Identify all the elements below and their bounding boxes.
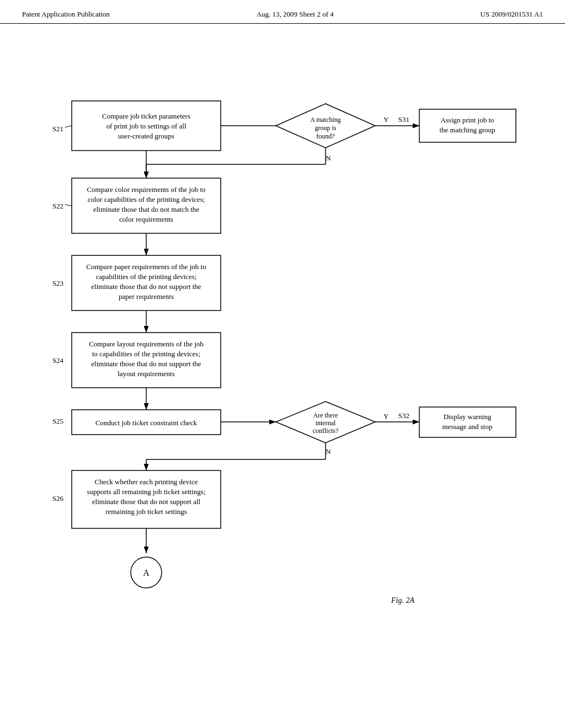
- svg-text:eliminate those that do not su: eliminate those that do not support the: [91, 360, 201, 368]
- diagram-area: Compare job ticket parameters of print j…: [0, 24, 565, 713]
- svg-text:Are there: Are there: [313, 411, 338, 419]
- svg-text:found?: found?: [316, 132, 334, 140]
- svg-text:Display warning: Display warning: [444, 413, 492, 421]
- svg-text:to capabilities of the printin: to capabilities of the printing devices;: [92, 350, 200, 358]
- svg-text:Assign print job to: Assign print job to: [440, 116, 494, 124]
- header-left: Patent Application Publication: [22, 10, 110, 19]
- svg-text:S26: S26: [52, 494, 64, 502]
- svg-text:S23: S23: [52, 279, 63, 287]
- svg-text:Y: Y: [383, 412, 389, 420]
- svg-text:the matching group: the matching group: [439, 126, 495, 134]
- svg-text:eliminate those that do not su: eliminate those that do not support the: [91, 282, 201, 291]
- svg-text:S22: S22: [52, 202, 63, 210]
- svg-text:internal: internal: [316, 419, 336, 427]
- svg-text:eliminate those that do not ma: eliminate those that do not match the: [93, 205, 199, 213]
- svg-text:message and stop: message and stop: [443, 422, 493, 431]
- svg-text:S25: S25: [52, 417, 63, 425]
- svg-text:Conduct job ticket constraint : Conduct job ticket constraint check: [95, 419, 198, 427]
- svg-text:eliminate those that do not su: eliminate those that do not support all: [92, 497, 201, 506]
- svg-text:supports all remaining job tic: supports all remaining job ticket settin…: [87, 488, 206, 496]
- header-center: Aug. 13, 2009 Sheet 2 of 4: [257, 10, 334, 19]
- svg-text:group is: group is: [315, 124, 337, 132]
- svg-text:paper requirements: paper requirements: [119, 292, 174, 301]
- flowchart-svg: Compare job ticket parameters of print j…: [0, 24, 565, 713]
- svg-text:S32: S32: [398, 411, 409, 420]
- svg-text:N: N: [326, 154, 331, 162]
- svg-text:Fig. 2A: Fig. 2A: [391, 596, 414, 604]
- svg-text:S24: S24: [52, 356, 64, 365]
- svg-text:remaining job ticket settings: remaining job ticket settings: [105, 507, 187, 516]
- svg-text:Compare job ticket parameters: Compare job ticket parameters: [102, 112, 190, 120]
- svg-text:user-created groups: user-created groups: [118, 132, 174, 140]
- svg-text:color capabilities of the prin: color capabilities of the printing devic…: [88, 195, 205, 204]
- svg-text:S21: S21: [52, 125, 63, 133]
- svg-text:Check whether each printing de: Check whether each printing device: [95, 478, 198, 486]
- svg-text:Y: Y: [383, 115, 389, 124]
- svg-text:conflicts?: conflicts?: [313, 427, 339, 435]
- svg-text:A: A: [143, 568, 150, 577]
- svg-text:A matching: A matching: [310, 116, 341, 124]
- svg-text:capabilities of the printing d: capabilities of the printing devices;: [96, 272, 197, 281]
- svg-text:N: N: [326, 447, 331, 456]
- svg-text:color requirements: color requirements: [119, 215, 173, 223]
- header-right: US 2009/0201531 A1: [481, 10, 543, 19]
- svg-text:S31: S31: [398, 115, 409, 124]
- svg-text:of print job to settings of al: of print job to settings of all: [106, 122, 186, 130]
- svg-text:Compare layout requirements of: Compare layout requirements of the job: [89, 340, 204, 348]
- svg-text:layout requirements: layout requirements: [118, 370, 175, 378]
- page-header: Patent Application Publication Aug. 13, …: [0, 0, 565, 24]
- svg-text:Compare color requirements of : Compare color requirements of the job to: [87, 185, 205, 194]
- svg-text:Compare paper requirements of : Compare paper requirements of the job to: [86, 263, 206, 271]
